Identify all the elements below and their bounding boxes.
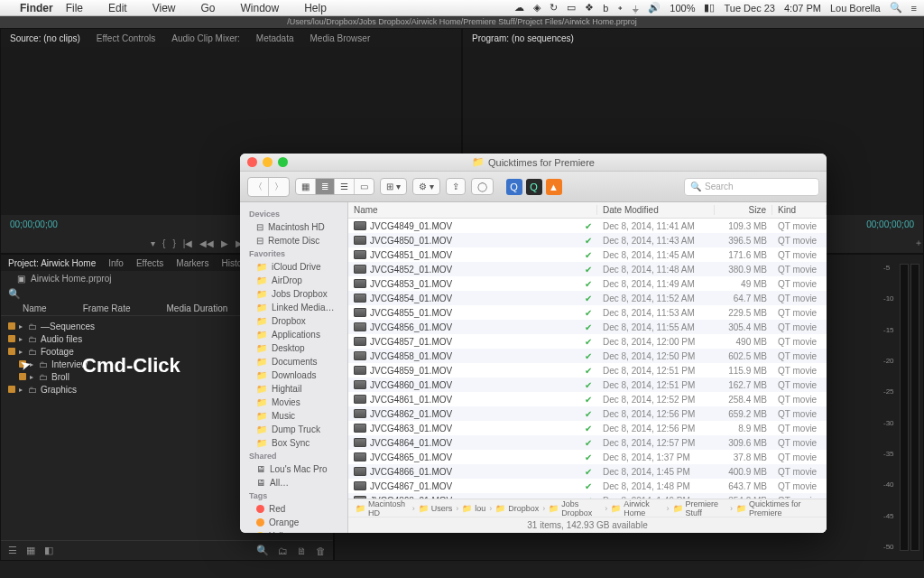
file-row[interactable]: JVCG4857_01.MOV✔ Dec 8, 2014, 12:00 PM 4… <box>348 334 827 349</box>
file-row[interactable]: JVCG4866_01.MOV✔ Dec 8, 2014, 1:45 PM 40… <box>348 464 827 479</box>
col-size[interactable]: Size <box>715 205 772 215</box>
sidebar-favorite[interactable]: 📁Linked Media… <box>240 301 347 314</box>
sidebar-favorite[interactable]: 📁Hightail <box>240 382 347 396</box>
icon-view-button[interactable]: ▦ <box>296 179 316 194</box>
tags-button[interactable]: ◯ <box>472 179 493 194</box>
status-app2-icon[interactable]: b <box>603 3 608 14</box>
list-view-icon[interactable]: ☰ <box>8 545 17 556</box>
forward-button[interactable]: 〉 <box>269 178 289 196</box>
list-view-button[interactable]: ≣ <box>316 179 335 194</box>
sidebar-favorite[interactable]: 📁Applications <box>240 328 347 341</box>
project-find-icon[interactable]: 🔍 <box>256 545 269 556</box>
status-display-icon[interactable]: ▭ <box>567 2 576 14</box>
path-crumb[interactable]: 📁Premiere Stuff <box>673 499 726 517</box>
project-tab-1[interactable]: Info <box>108 258 124 268</box>
sidebar-tag[interactable]: Red <box>240 502 347 516</box>
source-tab-2[interactable]: Audio Clip Mixer: <box>171 33 240 43</box>
minimize-window-button[interactable] <box>263 157 273 167</box>
menubar-app-name[interactable]: Finder <box>20 2 53 14</box>
sidebar-favorite[interactable]: 📁iCloud Drive <box>240 260 347 274</box>
zoom-window-button[interactable] <box>278 157 288 167</box>
project-col[interactable]: Media Duration <box>166 303 227 313</box>
col-name[interactable]: Name <box>348 205 597 215</box>
sidebar-shared[interactable]: 🖥All… <box>240 476 347 489</box>
col-kind[interactable]: Kind <box>772 205 827 215</box>
finder-path-bar[interactable]: 📁Macintosh HD›📁Users›📁lou›📁Dropbox›📁Jobs… <box>348 499 827 517</box>
mark-out-button[interactable]: { <box>162 238 165 248</box>
sidebar-favorite[interactable]: 📁Music <box>240 409 347 423</box>
path-crumb[interactable]: 📁Dropbox <box>495 504 539 513</box>
status-battery-icon[interactable]: ▮▯ <box>704 2 715 14</box>
spotlight-icon[interactable]: 🔍 <box>890 2 902 14</box>
disclosure-icon[interactable]: ▸ <box>19 322 28 331</box>
sidebar-device[interactable]: ⊟Macintosh HD <box>240 220 347 234</box>
mark-in-button[interactable]: ▾ <box>151 238 155 248</box>
finder-search-input[interactable]: 🔍 Search <box>684 178 819 196</box>
file-row[interactable]: JVCG4851_01.MOV✔ Dec 8, 2014, 11:45 AM 1… <box>348 247 827 262</box>
trash-button[interactable]: 🗑 <box>316 545 326 556</box>
play-button[interactable]: ▶ <box>221 238 228 248</box>
file-row[interactable]: JVCG4853_01.MOV✔ Dec 8, 2014, 11:49 AM 4… <box>348 276 827 291</box>
finder-titlebar[interactable]: 📁 Quicktimes for Premiere <box>240 154 827 172</box>
status-user[interactable]: Lou Borella <box>830 3 881 14</box>
sidebar-favorite[interactable]: 📁Downloads <box>240 368 347 382</box>
source-tc-in[interactable]: 00;00;00;00 <box>10 219 58 229</box>
vlc-icon[interactable]: ▲ <box>546 179 562 195</box>
project-tab-0[interactable]: Project: Airwick Home <box>8 258 96 268</box>
back-button[interactable]: 〈 <box>248 178 269 196</box>
status-time[interactable]: 4:07 PM <box>784 3 821 14</box>
menu-file[interactable]: File <box>66 2 83 14</box>
file-row[interactable]: JVCG4864_01.MOV✔ Dec 8, 2014, 12:57 PM 3… <box>348 435 827 450</box>
status-volume-icon[interactable]: 🔊 <box>648 2 661 14</box>
project-search-icon[interactable]: 🔍 <box>8 288 21 300</box>
path-crumb[interactable]: 📁Airwick Home <box>611 499 662 517</box>
disclosure-icon[interactable]: ▸ <box>30 373 39 381</box>
sidebar-shared[interactable]: 🖥Lou's Mac Pro <box>240 462 347 476</box>
path-crumb[interactable]: 📁lou <box>462 504 485 513</box>
sidebar-device[interactable]: ⊟Remote Disc <box>240 234 347 247</box>
sidebar-favorite[interactable]: 📁Dropbox <box>240 314 347 328</box>
sidebar-favorite[interactable]: 📁Documents <box>240 355 347 368</box>
sidebar-favorite[interactable]: 📁Jobs Dropbox <box>240 287 347 301</box>
sidebar-tag[interactable]: Yellow <box>240 529 347 533</box>
status-wifi-icon[interactable]: ⏚ <box>633 3 639 14</box>
icon-view-icon[interactable]: ▦ <box>26 545 35 556</box>
file-row[interactable]: JVCG4849_01.MOV✔ Dec 8, 2014, 11:41 AM 1… <box>348 219 827 233</box>
project-col[interactable]: Frame Rate <box>83 303 131 313</box>
project-tab-2[interactable]: Effects <box>136 258 163 268</box>
path-crumb[interactable]: 📁Jobs Dropbox <box>549 499 601 517</box>
coverflow-view-button[interactable]: ▭ <box>355 179 374 194</box>
source-tab-3[interactable]: Metadata <box>256 33 294 43</box>
file-row[interactable]: JVCG4863_01.MOV✔ Dec 8, 2014, 12:56 PM 8… <box>348 421 827 435</box>
close-window-button[interactable] <box>247 157 257 167</box>
file-row[interactable]: JVCG4855_01.MOV✔ Dec 8, 2014, 11:53 AM 2… <box>348 305 827 320</box>
column-view-button[interactable]: ☰ <box>335 179 355 194</box>
go-to-in-button[interactable]: } <box>172 238 175 248</box>
disclosure-icon[interactable]: ▸ <box>19 386 28 394</box>
file-row[interactable]: JVCG4856_01.MOV✔ Dec 8, 2014, 11:55 AM 3… <box>348 320 827 334</box>
quicktimex-icon[interactable]: Q <box>526 179 542 195</box>
disclosure-icon[interactable]: ▸ <box>19 335 28 343</box>
source-tab-1[interactable]: Effect Controls <box>97 33 155 43</box>
share-button[interactable]: ⇪ <box>447 179 465 194</box>
file-row[interactable]: JVCG4850_01.MOV✔ Dec 8, 2014, 11:43 AM 3… <box>348 233 827 247</box>
file-row[interactable]: JVCG4860_01.MOV✔ Dec 8, 2014, 12:51 PM 1… <box>348 378 827 392</box>
file-row[interactable]: JVCG4862_01.MOV✔ Dec 8, 2014, 12:56 PM 6… <box>348 406 827 421</box>
col-date[interactable]: Date Modified <box>597 205 715 215</box>
file-row[interactable]: JVCG4867_01.MOV✔ Dec 8, 2014, 1:48 PM 64… <box>348 479 827 493</box>
file-row[interactable]: JVCG4852_01.MOV✔ Dec 8, 2014, 11:48 AM 3… <box>348 262 827 276</box>
sidebar-favorite[interactable]: 📁Box Sync <box>240 436 347 450</box>
disclosure-icon[interactable]: ▸ <box>19 348 28 356</box>
status-cloud-icon[interactable]: ☁ <box>514 2 524 14</box>
menu-view[interactable]: View <box>152 2 176 14</box>
freeform-view-icon[interactable]: ◧ <box>44 545 53 556</box>
sidebar-favorite[interactable]: 📁Movies <box>240 396 347 409</box>
path-crumb[interactable]: 📁Quicktimes for Premiere <box>736 499 819 517</box>
finder-columns-header[interactable]: Name Date Modified Size Kind <box>348 202 827 219</box>
status-sync-icon[interactable]: ↻ <box>550 2 558 14</box>
play-reverse-button[interactable]: ◀◀ <box>199 238 214 248</box>
status-date[interactable]: Tue Dec 23 <box>724 3 774 14</box>
arrange-button[interactable]: ⊞ ▾ <box>381 179 406 194</box>
sidebar-tag[interactable]: Orange <box>240 516 347 529</box>
program-add-button[interactable]: ＋ <box>914 237 923 249</box>
